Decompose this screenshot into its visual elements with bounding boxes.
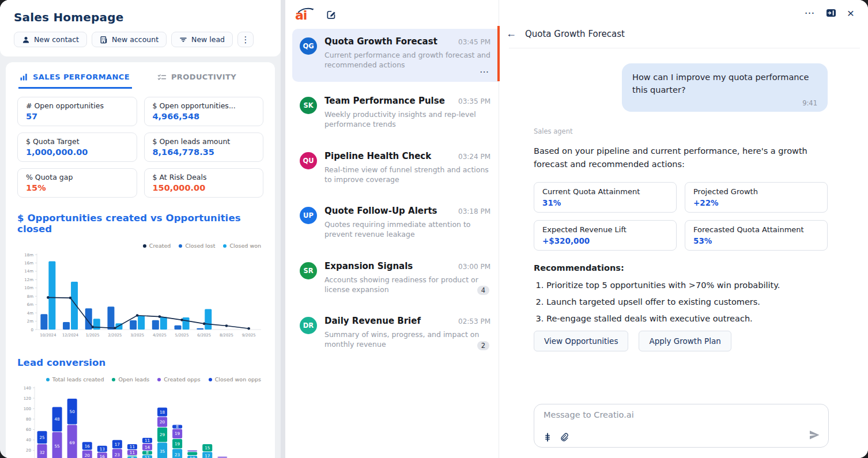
attach-file-button[interactable] [559,432,568,442]
svg-text:1/2025: 1/2025 [86,333,100,338]
building-icon [100,36,108,44]
metric-at-risk-deals: $ At Risk Deals 150,000.00 [144,168,264,198]
new-chat-button[interactable] [325,9,337,22]
metric-label: $ Open opportunities... [153,101,255,110]
svg-text:8/2025: 8/2025 [220,333,233,338]
user-message-bubble: How can I improve my quota performance t… [622,63,828,112]
legend-item: Total leads created [46,376,104,383]
message-input[interactable] [544,410,819,430]
metric-value: 4,966,548 [153,112,255,121]
legend-dot-icon [179,244,182,248]
conversation-item-daily-revenue-brief[interactable]: DR Daily Revenue Brief 02:53 PM Summary … [292,308,499,357]
back-button[interactable]: ← [506,28,516,40]
new-account-button[interactable]: New account [92,32,167,47]
svg-text:6/2025: 6/2025 [197,333,211,338]
forecast-stats-grid: Current Quota Attainment 31% Projected G… [534,182,828,251]
svg-text:20: 20 [85,453,90,458]
conversation-title: Expansion Signals [324,261,454,271]
toolbar-more-button[interactable]: ⋮ [237,32,254,47]
conversation-title: Team Performance Pulse [324,96,454,106]
sales-homepage-panel: Sales Homepage New contact New account N… [0,0,281,458]
conversation-time: 03:18 PM [458,207,490,215]
conversation-item-team-performance-pulse[interactable]: SK Team Performance Pulse 03:35 PM Weekl… [292,88,499,137]
collapse-panel-button[interactable] [826,8,836,18]
svg-text:12m: 12m [24,278,33,282]
metric-open-leads-amount: $ Open leads amount 8,164,778.35 [144,133,264,162]
legend-dot-icon [112,378,115,381]
page-title: Sales Homepage [14,10,267,24]
conversation-title: Daily Revenue Brief [324,316,454,326]
svg-text:29: 29 [160,432,165,437]
dashboard-tabs: SALES PERFORMANCE PRODUCTIVITY [17,70,263,89]
svg-text:60: 60 [26,427,31,432]
legend-item: Closed won [223,243,261,249]
chat-action-buttons: View Opportunities Apply Growth Plan [534,331,828,351]
svg-text:2/2025: 2/2025 [108,333,122,338]
message-input-box[interactable] [534,404,829,448]
prompt-library-button[interactable] [544,433,552,442]
conversation-description: Quotes requiring immediate attention to … [324,219,490,240]
chat-more-button[interactable]: ⋯ [805,7,815,19]
svg-text:23: 23 [175,452,180,457]
paperclip-icon [559,432,568,442]
svg-text:10m: 10m [24,286,33,290]
new-lead-button[interactable]: New lead [171,32,233,47]
tab-sales-performance[interactable]: SALES PERFORMANCE [18,70,132,89]
tab-productivity[interactable]: PRODUCTIVITY [156,70,239,89]
compose-icon [326,10,336,20]
conversation-time: 03:35 PM [458,97,490,105]
new-contact-label: New contact [34,35,79,44]
svg-text:2m: 2m [27,319,33,324]
svg-text:16: 16 [100,454,105,458]
metric-value: 1,000,000.00 [26,147,129,157]
legend-item: Closed lost [179,243,215,249]
unread-badge: 4 [477,286,489,295]
homepage-toolbar: New contact New account New lead ⋮ [14,32,267,47]
svg-text:48: 48 [55,417,61,422]
svg-text:4m: 4m [27,311,33,316]
recommendation-item: Re-engage stalled deals with executive o… [546,314,828,323]
stat-current-quota-attainment: Current Quota Attainment 31% [534,182,677,213]
stat-expected-revenue-lift: Expected Revenue Lift +$320,000 [534,220,677,251]
conversation-item-pipeline-health-check[interactable]: QU Pipeline Health Check 03:24 PM Real-t… [292,143,499,192]
stat-projected-growth: Projected Growth +22% [685,182,828,213]
svg-text:16: 16 [85,444,90,449]
ai-logo-swoosh [297,6,315,13]
conversation-time: 03:24 PM [458,153,490,161]
conversation-more-icon[interactable]: ⋯ [480,66,489,77]
svg-text:40: 40 [26,438,31,442]
unread-badge: 2 [477,341,489,350]
view-opportunities-button[interactable]: View Opportunities [534,331,628,351]
svg-text:6m: 6m [27,302,33,307]
conversation-item-quote-follow-up-alerts[interactable]: UP Quote Follow-Up Alerts 03:18 PM Quote… [292,198,499,247]
recommendations-list: Prioritize top 5 opportunities with >70%… [534,281,828,323]
opportunities-chart: 02m4m6m8m10m12m14m16m18m10/202412/20241/… [17,251,263,342]
chat-title: Quota Growth Forecast [525,29,625,39]
send-message-button[interactable] [809,430,820,442]
recommendation-item: Prioritize top 5 opportunities with >70%… [546,281,828,290]
svg-text:8m: 8m [27,294,33,299]
svg-text:8: 8 [146,450,149,455]
conversation-description: Current performance and growth forecast … [324,50,490,70]
selected-conversation-accent-bar [497,26,500,81]
avatar: DR [300,317,317,334]
conversation-time: 03:00 PM [458,263,490,271]
legend-item: Created [143,243,171,249]
svg-text:10: 10 [190,456,195,458]
conversation-item-expansion-signals[interactable]: SR Expansion Signals 03:00 PM Accounts s… [292,253,499,302]
stat-value: +$320,000 [542,236,668,245]
conversation-item-quota-growth-forecast[interactable]: QG Quota Growth Forecast 03:45 PM Curren… [292,29,499,82]
close-chat-button[interactable]: × [847,7,854,19]
metric-value: 15% [26,183,129,192]
person-icon [22,36,30,44]
prompt-library-icon [544,433,552,442]
back-icon: ← [506,28,516,39]
apply-growth-plan-button[interactable]: Apply Growth Plan [639,331,731,351]
metric-open-opportunities-count: # Open opportunities 57 [17,97,137,126]
close-icon: × [847,7,854,19]
svg-text:35: 35 [160,449,165,454]
avatar: QU [300,152,317,169]
metric-quota-target: $ Quota Target 1,000,000.00 [17,133,137,162]
new-contact-button[interactable]: New contact [14,32,87,47]
svg-text:4/2025: 4/2025 [153,333,167,338]
